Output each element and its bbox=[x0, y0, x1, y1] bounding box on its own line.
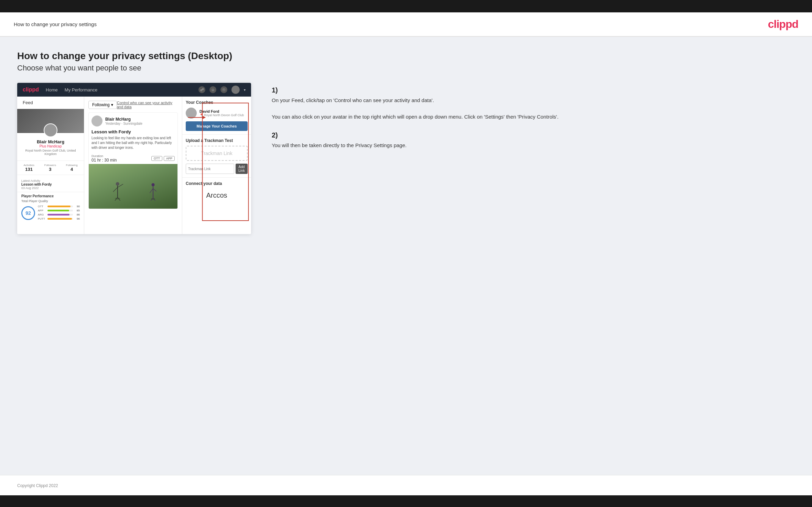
post-header: Blair McHarg Yesterday · Sunningdale bbox=[89, 113, 177, 129]
tag-badges: OTT APP bbox=[151, 156, 175, 161]
golf-scene-svg bbox=[89, 164, 177, 209]
latest-activity-label: Latest Activity bbox=[21, 179, 80, 183]
tag-ott: OTT bbox=[151, 156, 162, 161]
svg-line-10 bbox=[150, 188, 153, 193]
bar-app: APP 85 bbox=[38, 209, 80, 212]
main-headline: How to change your privacy settings (Des… bbox=[17, 51, 795, 62]
post-avatar bbox=[91, 115, 102, 126]
post-author: Blair McHarg bbox=[105, 117, 142, 122]
svg-point-0 bbox=[115, 198, 120, 199]
profile-stats: Activities 131 Followers 3 Following 4 bbox=[17, 161, 84, 175]
trackman-input-row: Add Link bbox=[186, 164, 248, 174]
bottom-bar bbox=[0, 495, 812, 507]
player-performance: Player Performance Total Player Quality … bbox=[17, 192, 84, 223]
latest-activity: Latest Activity Lesson with Fordy 03 Aug… bbox=[17, 177, 84, 192]
post-duration-info: Duration 01 hr : 30 min bbox=[91, 154, 117, 163]
step1-extra: You can also click on your avatar in the… bbox=[272, 114, 559, 120]
instructions-panel: 1) On your Feed, click/tap on 'Control w… bbox=[265, 83, 795, 160]
post-content: Lesson with Fordy Looking to feel like m… bbox=[89, 129, 177, 153]
connect-section: Connect your data Arccos bbox=[182, 178, 251, 206]
app-nav-logo: clippd bbox=[23, 87, 39, 93]
profile-handicap: Plus Handicap bbox=[20, 144, 81, 148]
bar-putt: PUTT 96 bbox=[38, 217, 80, 220]
coach-avatar bbox=[186, 108, 197, 119]
add-link-button[interactable]: Add Link bbox=[236, 164, 248, 174]
bar-arg: ARG 86 bbox=[38, 213, 80, 216]
trackman-section: Upload a Trackman Test Trackman Link Add… bbox=[182, 135, 251, 178]
duration-label: Duration bbox=[91, 154, 117, 158]
feed-tab[interactable]: Feed bbox=[17, 97, 84, 109]
coach-club: 📍 Royal North Devon Golf Club bbox=[199, 113, 244, 117]
svg-line-11 bbox=[153, 188, 156, 191]
arccos-logo: Arccos bbox=[186, 189, 248, 202]
post-image bbox=[89, 164, 177, 209]
coach-item: David Ford 📍 Royal North Devon Golf Club bbox=[186, 108, 248, 119]
trackman-title: Upload a Trackman Test bbox=[186, 138, 248, 143]
stat-followers-label: Followers bbox=[44, 164, 56, 167]
coaches-title: Your Coaches bbox=[186, 100, 248, 105]
stat-followers-value: 3 bbox=[44, 167, 56, 172]
profile-name: Blair McHarg bbox=[20, 139, 81, 144]
main-subheadline: Choose what you want people to see bbox=[17, 64, 795, 73]
user-icon[interactable]: ☺ bbox=[209, 86, 216, 93]
app-mockup: clippd Home My Performance ☍ ☺ ☉ ▾ bbox=[17, 83, 251, 234]
tag-app: APP bbox=[164, 156, 175, 161]
app-body: Feed Blair McHarg Plus Handicap Royal No… bbox=[17, 97, 251, 234]
feed-post: Blair McHarg Yesterday · Sunningdale Les… bbox=[88, 112, 178, 209]
control-link[interactable]: Control who can see your activity and da… bbox=[117, 101, 178, 109]
score-circle: 92 bbox=[21, 206, 35, 220]
feed-header: Following ▾ Control who can see your act… bbox=[88, 101, 178, 109]
site-header: How to change your privacy settings clip… bbox=[0, 12, 812, 37]
app-nav: clippd Home My Performance ☍ ☺ ☉ ▾ bbox=[17, 83, 251, 97]
stat-following-label: Following bbox=[66, 164, 78, 167]
nav-avatar[interactable] bbox=[231, 86, 240, 94]
content-layout: clippd Home My Performance ☍ ☺ ☉ ▾ bbox=[17, 83, 795, 234]
stat-activities-label: Activities bbox=[23, 164, 34, 167]
page-title: How to change your privacy settings bbox=[14, 21, 97, 27]
svg-line-3 bbox=[113, 187, 118, 192]
search-icon[interactable]: ☍ bbox=[198, 86, 205, 93]
stat-followers: Followers 3 bbox=[44, 164, 56, 172]
step1-text: On your Feed, click/tap on 'Control who … bbox=[272, 96, 795, 121]
app-nav-right: ☍ ☺ ☉ ▾ bbox=[198, 86, 246, 94]
total-quality-label: Total Player Quality bbox=[21, 199, 80, 203]
svg-point-7 bbox=[151, 198, 155, 200]
perf-chart: 92 OTT 90 APP bbox=[21, 205, 80, 221]
profile-header-image bbox=[17, 109, 84, 133]
app-sidebar: Feed Blair McHarg Plus Handicap Royal No… bbox=[17, 97, 84, 234]
step2-text: You will then be taken directly to the P… bbox=[272, 141, 795, 150]
latest-activity-date: 03 Aug 2022 bbox=[21, 186, 80, 190]
location-pin-icon: 📍 bbox=[199, 113, 203, 117]
profile-club: Royal North Devon Golf Club, United King… bbox=[20, 149, 81, 156]
step1-number: 1) bbox=[272, 86, 795, 94]
duration-value: 01 hr : 30 min bbox=[91, 158, 117, 163]
following-button[interactable]: Following ▾ bbox=[88, 101, 117, 109]
app-right-panel: Your Coaches David Ford 📍 Royal North De… bbox=[182, 97, 251, 234]
coach-club-name: Royal North Devon Golf Club bbox=[204, 113, 244, 117]
following-chevron: ▾ bbox=[111, 102, 113, 107]
coaches-section: Your Coaches David Ford 📍 Royal North De… bbox=[182, 97, 251, 135]
annotation-container: clippd Home My Performance ☍ ☺ ☉ ▾ bbox=[17, 83, 251, 234]
nav-item-performance[interactable]: My Performance bbox=[65, 87, 97, 92]
stat-activities: Activities 131 bbox=[23, 164, 34, 172]
site-footer: Copyright Clippd 2022 bbox=[0, 475, 812, 495]
trackman-input[interactable] bbox=[186, 164, 234, 174]
footer-text: Copyright Clippd 2022 bbox=[17, 483, 58, 488]
step1-quote: 'Control who can see your activity and d… bbox=[333, 97, 432, 103]
top-bar bbox=[0, 0, 812, 12]
post-date: Yesterday · Sunningdale bbox=[105, 122, 142, 125]
nav-item-home[interactable]: Home bbox=[46, 87, 58, 92]
step2-number: 2) bbox=[272, 131, 795, 139]
post-text: Looking to feel like my hands are exitin… bbox=[91, 136, 175, 150]
main-content: How to change your privacy settings (Des… bbox=[0, 37, 812, 475]
stat-following: Following 4 bbox=[66, 164, 78, 172]
connect-title: Connect your data bbox=[186, 181, 248, 186]
post-duration: Duration 01 hr : 30 min OTT APP bbox=[89, 153, 177, 164]
manage-coaches-button[interactable]: Manage Your Coaches bbox=[186, 121, 248, 131]
stat-activities-value: 131 bbox=[23, 167, 34, 172]
svg-point-9 bbox=[152, 183, 155, 186]
trackman-placeholder: Trackman Link bbox=[186, 146, 248, 161]
location-icon[interactable]: ☉ bbox=[220, 86, 227, 93]
perf-title: Player Performance bbox=[21, 194, 80, 198]
stat-following-value: 4 bbox=[66, 167, 78, 172]
